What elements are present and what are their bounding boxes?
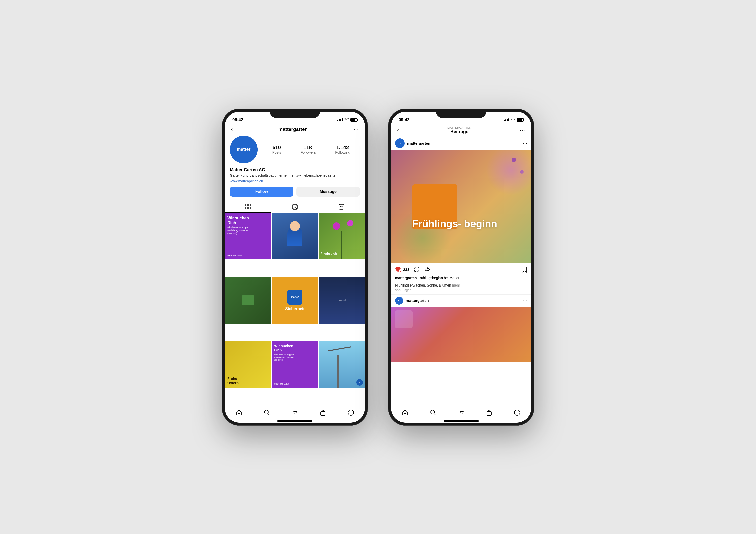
action-buttons: Follow Message xyxy=(225,187,365,201)
caption-username[interactable]: mattergarten xyxy=(395,276,417,280)
caption-text: Frühlingsbeginn bei Matter xyxy=(418,276,459,280)
post-header: m mattergarten ··· xyxy=(391,137,531,150)
svg-point-8 xyxy=(293,209,293,209)
profile-info: Matter Garten AG Garten- und Landschafts… xyxy=(225,167,365,187)
signal-icon-2 xyxy=(504,118,509,121)
svg-rect-0 xyxy=(246,204,248,206)
bottom-nav-2 xyxy=(391,405,531,419)
grid-item-7[interactable]: FroheOstern xyxy=(225,342,271,388)
svg-point-11 xyxy=(341,207,342,208)
signal-icon-1 xyxy=(338,118,343,121)
grid-item-2[interactable] xyxy=(272,213,318,259)
stat-followers: 11K Followers xyxy=(301,144,316,154)
profile-link[interactable]: www.mattergarten.ch xyxy=(230,179,360,183)
svg-rect-2 xyxy=(246,207,248,209)
nav-home-2[interactable] xyxy=(398,408,413,418)
grid-item-3[interactable]: #herbstlich xyxy=(319,213,365,259)
post2-username[interactable]: mattergarten xyxy=(406,298,429,303)
profile-desc: Garten- und Landschaftsbauunternehmen #w… xyxy=(230,173,360,178)
caption-sub: Frühlingserwachen, Sonne, Blumen mehr xyxy=(391,283,531,288)
follow-button[interactable]: Follow xyxy=(230,187,293,197)
profile-header: matter 510 Posts 11K Followers 1.142 Fol… xyxy=(225,136,365,167)
phone-1: 09:42 xyxy=(222,109,368,426)
profile-nav: ‹ mattergarten ··· xyxy=(225,125,365,136)
post2-avatar: m xyxy=(395,296,403,305)
svg-point-9 xyxy=(296,209,297,209)
nav-shop-1[interactable] xyxy=(287,408,302,418)
stat-posts: 510 Posts xyxy=(272,144,281,154)
nav-profile-2[interactable] xyxy=(510,408,525,418)
comment-action[interactable] xyxy=(414,267,420,273)
post2-image xyxy=(391,307,531,362)
notch-1 xyxy=(270,109,320,118)
phone-2: 09:42 xyxy=(388,109,534,426)
nav-subtitle: MATTERGARTEN xyxy=(447,126,472,129)
svg-point-6 xyxy=(293,205,293,206)
svg-point-18 xyxy=(460,413,461,414)
grid-item-6[interactable]: crowd xyxy=(319,277,365,323)
battery-icon-1 xyxy=(350,118,357,122)
svg-rect-1 xyxy=(249,204,251,206)
svg-point-19 xyxy=(462,413,463,414)
post-user: m mattergarten xyxy=(395,139,430,148)
grid-item-1[interactable]: Wir suchenDich Mitarbeiter*in SupportBau… xyxy=(225,213,271,259)
post-nav: ‹ MATTERGARTEN Beiträge ··· xyxy=(391,125,531,137)
status-time-1: 09:42 xyxy=(232,117,243,122)
svg-point-16 xyxy=(348,410,354,416)
avatar-1: matter xyxy=(230,136,257,164)
post2-header: m mattergarten ··· xyxy=(391,294,531,307)
status-icons-1 xyxy=(338,118,357,122)
post-image-text: Frühlings- beginn xyxy=(412,218,497,229)
menu-button-1[interactable]: ··· xyxy=(354,126,359,133)
nav-center: MATTERGARTEN Beiträge xyxy=(447,126,472,135)
notch-2 xyxy=(436,109,486,118)
svg-point-5 xyxy=(294,206,296,208)
svg-point-13 xyxy=(294,413,295,414)
photo-grid: Wir suchenDich Mitarbeiter*in SupportBau… xyxy=(225,213,365,405)
nav-bag-1[interactable] xyxy=(315,408,330,418)
svg-rect-20 xyxy=(487,412,491,416)
post-username[interactable]: mattergarten xyxy=(407,141,430,145)
wifi-icon-2 xyxy=(511,118,515,121)
tab-grid[interactable] xyxy=(225,201,271,213)
svg-rect-3 xyxy=(249,207,251,209)
message-button[interactable]: Message xyxy=(296,187,360,197)
share-action[interactable] xyxy=(424,267,431,273)
nav-search-2[interactable] xyxy=(426,408,441,418)
post-menu-dots[interactable]: ··· xyxy=(523,140,527,146)
nav-profile-1[interactable] xyxy=(343,408,358,418)
post-actions: 233 xyxy=(391,263,531,274)
stat-following: 1.142 Following xyxy=(335,144,350,154)
stats-row: 510 Posts 11K Followers 1.142 Following xyxy=(262,144,360,154)
svg-point-14 xyxy=(296,413,296,414)
status-time-2: 09:42 xyxy=(399,117,410,122)
grid-item-5[interactable]: matter Sicherheit xyxy=(272,277,318,323)
grid-item-9[interactable]: m xyxy=(319,342,365,388)
back-button-1[interactable]: ‹ xyxy=(231,126,232,133)
post-actions-left: 233 xyxy=(395,267,431,273)
tab-tagged[interactable] xyxy=(318,201,365,213)
nav-bag-2[interactable] xyxy=(482,408,497,418)
battery-icon-2 xyxy=(517,118,524,122)
nav-home-1[interactable] xyxy=(231,408,246,418)
nav-title-2: Beiträge xyxy=(450,129,469,135)
svg-rect-15 xyxy=(321,412,325,416)
home-bar-2 xyxy=(444,420,479,422)
tab-reels[interactable] xyxy=(271,201,318,213)
like-action[interactable]: 233 xyxy=(395,267,410,273)
post-time: Vor 3 Tagen xyxy=(391,288,531,294)
caption-more[interactable]: mehr xyxy=(452,283,460,287)
like-count: 233 xyxy=(403,267,410,272)
wifi-icon-1 xyxy=(344,118,349,121)
nav-search-1[interactable] xyxy=(259,408,274,418)
post2-menu[interactable]: ··· xyxy=(523,297,527,303)
nav-shop-2[interactable] xyxy=(454,408,469,418)
menu-button-2[interactable]: ··· xyxy=(520,127,525,134)
post-avatar: m xyxy=(395,139,405,148)
back-button-2[interactable]: ‹ xyxy=(397,127,399,134)
grid-item-4[interactable] xyxy=(225,277,271,323)
status-icons-2 xyxy=(504,118,524,122)
bookmark-action[interactable] xyxy=(522,267,527,273)
grid-item-8[interactable]: Wir suchenDich Mitarbeiter*in SupportBau… xyxy=(272,342,318,388)
post-caption: mattergarten Frühlingsbeginn bei Matter xyxy=(391,274,531,283)
